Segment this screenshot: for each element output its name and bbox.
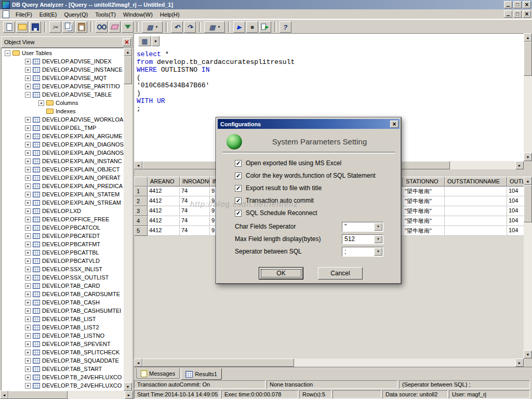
scroll-left-button[interactable] <box>0 391 8 399</box>
menu-help[interactable]: Help(H) <box>156 10 183 19</box>
expand-icon[interactable]: + <box>25 158 31 164</box>
menu-file[interactable]: File(F) <box>12 10 36 19</box>
redo-button[interactable] <box>184 21 196 33</box>
cancel-button[interactable]: Cancel <box>318 267 363 280</box>
minimize-button[interactable] <box>504 1 512 8</box>
combo-box[interactable]: ; <box>342 247 383 257</box>
scroll-up-button[interactable] <box>524 177 532 185</box>
expand-icon[interactable]: + <box>25 233 31 239</box>
grid-cell[interactable]: 74 <box>180 226 210 236</box>
collapse-icon[interactable]: − <box>5 50 10 56</box>
grid-cell[interactable]: 4412 <box>148 226 180 236</box>
scrollbar-thumb[interactable] <box>524 42 532 76</box>
tree-item[interactable]: +DEVELOP.OFFICE_FREE <box>2 215 124 223</box>
grid-column-header[interactable]: OUTLA <box>507 177 524 187</box>
grid-cell[interactable]: 4412 <box>148 196 180 206</box>
grid-column-header[interactable]: STATIONNO <box>403 177 445 187</box>
new-query-button[interactable] <box>3 21 15 33</box>
dialog-close-button[interactable] <box>390 121 398 128</box>
mdi-close-button[interactable] <box>523 10 531 18</box>
tree-item[interactable]: +DEVELOP.PBCATCOL <box>2 223 124 232</box>
checkbox[interactable] <box>235 172 242 179</box>
expand-icon[interactable]: + <box>25 84 31 89</box>
tree-item[interactable]: +DEVELOP.ADVISE_INSTANCE <box>2 65 124 74</box>
scrollbar-thumb[interactable] <box>8 391 68 399</box>
editor-vertical-scrollbar[interactable] <box>524 33 532 161</box>
tree-item[interactable]: +DEVELOP.TAB_LIST <box>2 315 124 323</box>
expand-icon[interactable]: + <box>25 167 31 172</box>
tree-item[interactable]: +DEVELOP.TAB_CARDSUMTE <box>2 290 124 298</box>
ok-button[interactable]: OK <box>259 267 303 280</box>
row-header[interactable]: 4 <box>134 216 148 226</box>
grid-vertical-scrollbar[interactable] <box>524 177 532 358</box>
collapse-icon[interactable]: − <box>25 92 31 98</box>
scroll-up-button[interactable] <box>124 48 132 56</box>
menu-query[interactable]: Query(Q) <box>60 10 91 19</box>
expand-icon[interactable]: + <box>25 350 31 355</box>
expand-icon[interactable]: + <box>25 134 31 139</box>
scroll-left-button[interactable] <box>134 161 142 169</box>
scrollbar-thumb[interactable] <box>524 185 532 222</box>
grid-column-header[interactable]: AREANO <box>148 177 180 187</box>
scrollbar-thumb[interactable] <box>124 56 132 84</box>
expand-icon[interactable]: + <box>25 117 31 123</box>
find-button[interactable] <box>96 21 108 33</box>
tree-item[interactable]: +DEVELOP.TAB_SPEVENT <box>2 340 124 348</box>
save-button[interactable] <box>29 21 41 33</box>
combo-dropdown-button[interactable] <box>374 223 382 231</box>
tree-item[interactable]: +DEVELOP.PBCATEDT <box>2 232 124 240</box>
expand-icon[interactable]: + <box>25 258 31 264</box>
tree-item[interactable]: +DEVELOP.EXPLAIN_INSTANC <box>2 157 124 165</box>
combo-dropdown-button[interactable] <box>374 235 382 243</box>
grid-cell[interactable]: 4412 <box>148 206 180 216</box>
expand-icon[interactable]: + <box>25 358 31 364</box>
expand-icon[interactable]: + <box>25 308 31 314</box>
expand-icon[interactable]: + <box>25 225 31 231</box>
grid-cell[interactable] <box>445 216 507 226</box>
row-header[interactable]: 3 <box>134 206 148 216</box>
stop-execution-button[interactable] <box>246 21 258 33</box>
grid-cell[interactable]: "望牛墩南" <box>403 206 445 216</box>
expand-icon[interactable]: + <box>25 300 31 305</box>
grid-cell[interactable] <box>445 196 507 206</box>
checkbox[interactable] <box>235 210 242 217</box>
execute-query-button[interactable] <box>233 21 245 33</box>
undo-button[interactable] <box>171 21 183 33</box>
menu-edit[interactable]: Edit(E) <box>36 10 61 19</box>
tab-results1[interactable]: Results1 <box>181 368 222 380</box>
tree-item[interactable]: +DEVELOP.PBCATTBL <box>2 248 124 257</box>
expand-icon[interactable]: + <box>25 325 31 330</box>
tree-item[interactable]: +DEVELOP.ADVISE_MQT <box>2 74 124 82</box>
expand-icon[interactable]: + <box>25 242 31 247</box>
expand-icon[interactable]: + <box>25 291 31 297</box>
tree-item[interactable]: +DEVELOP.TAB_CASHSUMTEI <box>2 307 124 315</box>
expand-icon[interactable]: + <box>25 366 31 372</box>
expand-icon[interactable]: + <box>25 142 31 148</box>
row-header[interactable]: 2 <box>134 196 148 206</box>
scroll-down-button[interactable] <box>124 382 132 391</box>
app-icon[interactable] <box>2 1 10 9</box>
display-mode-button[interactable] <box>142 21 163 33</box>
expand-icon[interactable]: + <box>25 200 31 206</box>
tree-item[interactable]: +DEVELOP.EXPLAIN_ARGUME <box>2 132 124 140</box>
mdi-minimize-button[interactable] <box>504 10 512 18</box>
grid-cell[interactable]: 104 <box>507 226 524 236</box>
expand-icon[interactable]: + <box>25 267 31 272</box>
tree-item[interactable]: +DEVELOP.EXPLAIN_DIAGNOS <box>2 140 124 149</box>
combo-box[interactable]: " <box>342 222 383 232</box>
grid-cell[interactable]: 104 <box>507 216 524 226</box>
tree-item[interactable]: +DEVELOP.PBCATVLD <box>2 257 124 265</box>
grid-column-header[interactable]: OUTSTATIONNAME <box>445 177 507 187</box>
sql-text[interactable]: select *from develop.tb_cardaccuratespli… <box>137 50 295 113</box>
expand-icon[interactable]: + <box>25 175 31 181</box>
scroll-up-button[interactable] <box>524 33 532 42</box>
tree-item[interactable]: +DEVELOP.TAB_LISTNO <box>2 331 124 340</box>
expand-icon[interactable]: + <box>25 192 31 197</box>
expand-icon[interactable]: + <box>25 75 31 81</box>
tree-item[interactable]: +DEVELOP.PBCATFMT <box>2 240 124 248</box>
scroll-right-button[interactable] <box>515 161 524 169</box>
tree-item[interactable]: +DEVELOP.ADVISE_WORKLOA <box>2 115 124 124</box>
tree-item[interactable]: +DEVELOP.TAB_LIST2 <box>2 323 124 331</box>
menu-tools[interactable]: Tools(T) <box>91 10 119 19</box>
grid-cell[interactable]: 74 <box>180 216 210 226</box>
